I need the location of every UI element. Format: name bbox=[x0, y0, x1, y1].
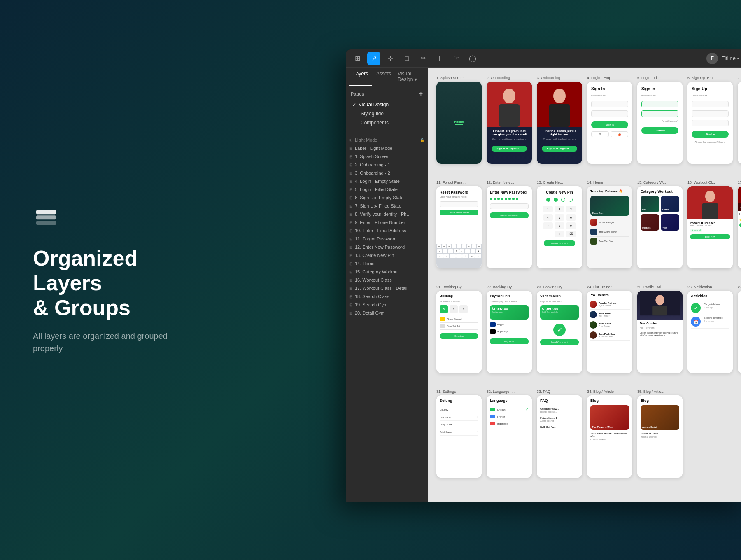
newpass-btn[interactable]: Reset Password bbox=[490, 212, 529, 218]
tool-comment[interactable]: ◯ bbox=[466, 52, 479, 65]
num-4[interactable]: 4 bbox=[543, 214, 553, 221]
login-pass-input[interactable] bbox=[591, 110, 628, 117]
pay-btn[interactable]: Pay Now bbox=[490, 338, 529, 344]
key-z[interactable]: z bbox=[437, 254, 443, 258]
signup-btn[interactable]: Sign Up bbox=[692, 131, 729, 138]
num-5[interactable]: 5 bbox=[555, 214, 564, 221]
key-q[interactable]: q bbox=[437, 244, 441, 248]
num-1[interactable]: 1 bbox=[543, 206, 553, 212]
tab-visual-design[interactable]: Visual Design ▾ bbox=[395, 68, 424, 86]
payment-method-1[interactable]: Paypal bbox=[490, 321, 529, 328]
phone-frame-workout-class[interactable]: Powerfull Crusher Tom Crusher · 45 min A… bbox=[687, 186, 733, 268]
layer-item-6[interactable]: ⊞ 6. Sign Up- Empty State bbox=[346, 194, 428, 202]
signup-email-input[interactable] bbox=[692, 110, 729, 117]
home-list-2[interactable]: Bree Grove Brown bbox=[590, 227, 629, 237]
key-n[interactable]: n bbox=[469, 254, 475, 258]
layer-item-2[interactable]: ⊞ 2. Onboarding - 1 bbox=[346, 161, 428, 169]
home-list-3[interactable]: Bree Cart Bold bbox=[590, 237, 629, 246]
tool-frame[interactable]: □ bbox=[400, 52, 413, 65]
payment-card-1[interactable]: $1,097.00 Total Amount bbox=[490, 305, 529, 320]
layer-item-label-light[interactable]: ⊞ Label - Light Mode bbox=[346, 144, 428, 152]
layer-item-1[interactable]: ⊞ 1. Splash Screen bbox=[346, 152, 428, 161]
tool-text[interactable]: T bbox=[433, 52, 446, 65]
phone-frame-category[interactable]: Category Workout HIIT Cardio Strength bbox=[637, 186, 683, 268]
phone-frame-profile[interactable]: Tom Crusher HIIT · Strength Expert in hi… bbox=[637, 291, 683, 373]
key-x[interactable]: x bbox=[443, 254, 450, 258]
phone-frame-notification[interactable]: Activities ✓ Congratulations 2 min ago bbox=[687, 291, 733, 373]
num-0[interactable]: 0 bbox=[555, 231, 564, 237]
phone-frame-pin[interactable]: Create New Pin 1 2 3 bbox=[537, 186, 582, 268]
date-7[interactable]: 7 bbox=[459, 305, 468, 313]
cat-card-3[interactable]: Strength bbox=[641, 214, 659, 231]
tool-pen[interactable]: ✏ bbox=[417, 52, 430, 65]
settings-item-2[interactable]: Language › bbox=[440, 413, 478, 421]
layer-item-11[interactable]: ⊞ 11. Forgot Password bbox=[346, 235, 428, 243]
phone-frame-trainer-list[interactable]: Pro Trainers Popular Trainers Aylen Trai… bbox=[587, 291, 632, 373]
layer-item-15[interactable]: ⊞ 15. Category Workout bbox=[346, 268, 428, 276]
pin-submit-btn[interactable]: Read Comment bbox=[544, 240, 575, 246]
lang-item-id[interactable]: Indonesia bbox=[490, 420, 529, 427]
layer-item-4[interactable]: ⊞ 4. Login - Empty State bbox=[346, 177, 428, 185]
key-c[interactable]: c bbox=[450, 254, 456, 258]
phone-frame-language[interactable]: Language English ✓ French bbox=[487, 395, 532, 478]
key-m[interactable]: m bbox=[475, 254, 481, 258]
layer-item-19[interactable]: ⊞ 19. Search Gym bbox=[346, 301, 428, 309]
trainer-item-1[interactable]: Popular Trainers Aylen Trainer bbox=[590, 299, 630, 310]
lang-item-en[interactable]: English ✓ bbox=[490, 406, 529, 413]
num-del[interactable]: ⌫ bbox=[566, 231, 576, 237]
key-s[interactable]: s bbox=[443, 249, 448, 253]
phone-frame-blog2[interactable]: Blog Article Detail Power of Habit Healt… bbox=[637, 395, 683, 478]
layer-item-10[interactable]: ⊞ 10. Enter - Email Address bbox=[346, 226, 428, 235]
phone-frame-newpass[interactable]: Enter New Password bbox=[487, 186, 532, 268]
phone-frame-login-filled[interactable]: Sign In Welcome back Forgot Password? Co… bbox=[637, 82, 683, 164]
add-page-btn[interactable]: + bbox=[419, 90, 423, 98]
onboard1-btn[interactable]: Sign In or Register → bbox=[492, 146, 527, 152]
phone-frame-settings[interactable]: Setting Country › Language › Long Quiet bbox=[436, 395, 482, 478]
layer-item-17[interactable]: ⊞ 17. Workout Class - Detail bbox=[346, 284, 428, 292]
phone-frame-splash[interactable]: Fitline bbox=[436, 82, 482, 164]
layer-item-9[interactable]: ⊞ 9. Enter - Phone Number bbox=[346, 218, 428, 226]
phone-frame-booking1[interactable]: Booking Schedule a session 5 6 7 Grove S… bbox=[436, 291, 482, 373]
phone-frame-workout-detail[interactable]: Dumbbell Dumbbell... Tom Crusher ⭐ 4.8 ·… bbox=[738, 186, 741, 268]
layer-item-3[interactable]: ⊞ 3. Onboarding - 2 bbox=[346, 169, 428, 177]
confirm-pass-input[interactable] bbox=[490, 203, 529, 209]
home-list-1[interactable]: Grove Strength bbox=[590, 218, 629, 227]
lang-item-fr[interactable]: French bbox=[490, 413, 529, 420]
login-filled-btn[interactable]: Continue bbox=[641, 127, 678, 134]
key-h[interactable]: h bbox=[465, 249, 470, 253]
cat-card-2[interactable]: Cardio bbox=[661, 196, 679, 212]
key-u[interactable]: u bbox=[467, 244, 471, 248]
cat-card-1[interactable]: HIIT bbox=[641, 196, 659, 212]
settings-item-3[interactable]: Long Quiet › bbox=[440, 421, 478, 428]
page-item-components[interactable]: Components bbox=[349, 118, 424, 127]
phone-frame-signup-empty[interactable]: Sign Up Create account Sign Up Already h… bbox=[687, 82, 733, 164]
key-j[interactable]: j bbox=[471, 249, 476, 253]
login-btn[interactable]: Sign In bbox=[591, 121, 628, 128]
key-r[interactable]: r bbox=[452, 244, 456, 248]
key-v[interactable]: v bbox=[456, 254, 462, 258]
phone-frame-faq[interactable]: FAQ Check for new... How to access... Fu… bbox=[537, 395, 582, 478]
layer-item-18[interactable]: ⊞ 18. Search Class bbox=[346, 292, 428, 301]
key-b[interactable]: b bbox=[462, 254, 468, 258]
layer-item-7[interactable]: ⊞ 7. Sign Up- Filled State bbox=[346, 202, 428, 210]
signup-pass-input[interactable] bbox=[692, 120, 729, 126]
key-i[interactable]: i bbox=[472, 244, 476, 248]
done-btn[interactable]: Read Comment bbox=[540, 339, 579, 345]
tool-grid[interactable]: ⊞ bbox=[351, 52, 364, 65]
layer-item-20[interactable]: ⊞ 20. Detail Gym bbox=[346, 309, 428, 317]
phone-frame-booking3[interactable]: Confirmation Payment confirmed $1,097.00… bbox=[537, 291, 582, 373]
num-2[interactable]: 2 bbox=[555, 206, 564, 212]
key-o[interactable]: o bbox=[477, 244, 481, 248]
phone-frame-signup-filled[interactable]: Sign Up Sign Up bbox=[738, 82, 741, 164]
layer-item-16[interactable]: ⊞ 16. Workout Class bbox=[346, 276, 428, 284]
num-9[interactable]: 9 bbox=[566, 222, 576, 229]
wdetail-btn[interactable]: Book Now bbox=[739, 223, 741, 228]
num-6[interactable]: 6 bbox=[566, 214, 576, 221]
key-w[interactable]: w bbox=[442, 244, 446, 248]
trainer-item-2[interactable]: Alton Fulbi HIIT Trainer bbox=[590, 310, 630, 320]
workout-book-btn[interactable]: Book Now bbox=[690, 234, 730, 239]
page-item-visual-design[interactable]: ✓ Visual Design bbox=[349, 100, 424, 109]
key-f[interactable]: f bbox=[454, 249, 459, 253]
tool-hand[interactable]: ☞ bbox=[450, 52, 463, 65]
booking1-btn[interactable]: Booking bbox=[440, 333, 478, 339]
